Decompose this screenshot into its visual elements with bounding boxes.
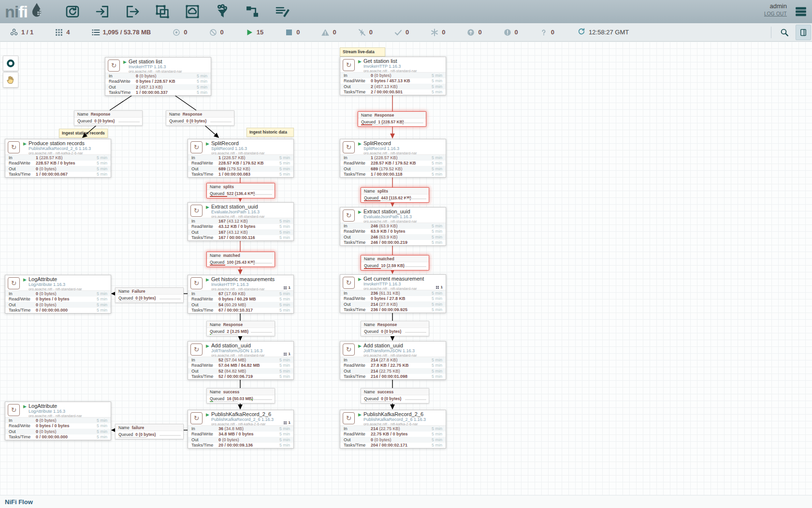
processor-name: SplitRecord: [363, 141, 417, 146]
refresh-button[interactable]: [578, 28, 585, 37]
connection-splits-label[interactable]: NamesplitsQueued522 (136.4 KB): [206, 183, 275, 198]
status-queued: 1,095 / 53.78 MB: [91, 28, 151, 37]
sync-failure-icon: [539, 28, 548, 37]
processor-type-icon: ↻: [190, 277, 203, 289]
status-bar: 1 / 141,095 / 53.78 MB001500000000 12:58…: [0, 23, 812, 42]
logo-text-ni: ni: [5, 2, 18, 21]
processor-get-station-list[interactable]: ↻▶Get station listInvokeHTTP 1.16.3org.a…: [340, 57, 446, 95]
search-button[interactable]: [777, 25, 792, 40]
global-menu-button[interactable]: [795, 5, 808, 18]
toolbar-template-button[interactable]: [244, 3, 261, 20]
toolbar-output-port-button[interactable]: [124, 3, 141, 20]
connection-response-label[interactable]: NameResponseQueued2 (3.25 MB): [206, 321, 275, 336]
toolbar-remote-process-group-button[interactable]: [184, 3, 201, 20]
processor-logattribute[interactable]: ↻▶LogAttributeLogAttribute 1.16.3org.apa…: [5, 275, 111, 314]
breadcrumb[interactable]: NiFi Flow: [0, 495, 812, 508]
active-threads-badge: 1: [283, 285, 290, 290]
connection-matched-label[interactable]: NamematchedQueued10 (2.59 KB): [361, 255, 429, 270]
queued-count: 0 (0 bytes): [135, 432, 156, 437]
stat-row: Read/Write228.57 KB / 179.52 KB5 min: [188, 161, 293, 166]
connection-splits-label[interactable]: NamesplitsQueued443 (115.62 KB): [361, 187, 429, 203]
stat-row: Out214 (22.75 KB)5 min: [340, 368, 446, 374]
processor-produce-station-records[interactable]: ↻▶Produce station recordsPublishKafkaRec…: [5, 139, 111, 178]
processor-type-icon: ↻: [190, 141, 203, 153]
toolbar-funnel-button[interactable]: [214, 3, 231, 20]
stat-row: Tasks/Time67 / 00:00:10.3175 min: [188, 308, 293, 314]
label-ingest-historic-data[interactable]: Ingest historic data: [246, 128, 294, 137]
run-status-icon: ▶: [358, 344, 362, 357]
connection-response-label[interactable]: NameResponseQueued0 (0 bytes): [74, 110, 143, 126]
status-value: 0: [406, 29, 409, 36]
stat-row: Read/Write57.04 MB / 84.82 MB5 min: [188, 363, 293, 369]
processor-type: SplitRecord 1.16.3: [363, 146, 417, 151]
stat-row: Out0 (0 bytes)5 min: [5, 302, 111, 308]
connection-failure-label[interactable]: NamefailureQueued0 (0 bytes): [115, 424, 184, 439]
queued-count: 0 (0 bytes): [381, 329, 401, 334]
toolbar-input-port-button[interactable]: [94, 3, 111, 20]
status-value: 0: [551, 29, 554, 36]
processor-get-current-measurement[interactable]: ↻▶Get current measurementInvokeHTTP 1.16…: [340, 274, 446, 313]
logout-link[interactable]: LOG OUT: [764, 11, 787, 16]
processor-get-station-list[interactable]: ↻▶Get station listInvokeHTTP 1.16.3org.a…: [105, 57, 211, 96]
processor-add-station-uuid[interactable]: ↻▶Add station_uuidJoltTransformJSON 1.16…: [188, 341, 294, 380]
toolbar-process-group-button[interactable]: [154, 3, 171, 20]
status-value: 0: [442, 29, 445, 36]
stat-row: Out689 (179.52 KB)5 min: [340, 166, 446, 172]
processor-type: EvaluateJsonPath 1.16.3: [363, 214, 417, 219]
connection-success-label[interactable]: NamesuccessQueued16 (50.03 MB): [206, 388, 275, 403]
processor-get-historic-measurements[interactable]: ↻▶Get historic measurementsInvokeHTTP 1.…: [188, 275, 294, 314]
modified-icon: [430, 28, 439, 37]
template-icon: [245, 4, 260, 19]
processor-splitrecord[interactable]: ↻▶SplitRecordSplitRecord 1.16.3org.apach…: [340, 139, 446, 178]
processor-type: InvokeHTTP 1.16.3: [129, 64, 182, 69]
stat-row: Tasks/Time1 / 00:00:00.0835 min: [188, 172, 293, 178]
toolbar-processor-button[interactable]: [64, 3, 81, 20]
operate-palette-button[interactable]: [3, 72, 18, 88]
flow-canvas[interactable]: Stream live-dataIngest station recordsIn…: [0, 42, 812, 508]
not-transmitting-icon: [209, 28, 218, 37]
connection-response-label[interactable]: NameResponseQueued0 (0 bytes): [166, 110, 234, 126]
connection-response-label[interactable]: NameResponseQueued1 (228.57 KB): [358, 111, 426, 127]
stat-row: Read/Write228.57 KB / 0 bytes5 min: [5, 161, 111, 166]
processor-add-station-uuid[interactable]: ↻▶Add station_uuidJoltTransformJSON 1.16…: [340, 341, 446, 380]
settings-panel-button[interactable]: [796, 25, 811, 40]
status-cluster: 1 / 1: [10, 28, 33, 37]
stat-row: In67 (17.69 KB)5 min: [188, 291, 293, 297]
stat-row: Read/Write22.75 KB / 0 bytes5 min: [340, 432, 446, 437]
status-value: 1 / 1: [21, 29, 33, 36]
queue-size-bar: [405, 198, 426, 199]
processor-type-icon: ↻: [343, 277, 355, 289]
toolbar-label-button[interactable]: [274, 3, 290, 20]
processor-name: Get station list: [129, 59, 182, 64]
threads-icon: [55, 28, 63, 37]
connection-response-label[interactable]: NameResponseQueued0 (0 bytes): [361, 321, 429, 336]
breadcrumb-root[interactable]: NiFi Flow: [5, 498, 33, 506]
processor-logattribute[interactable]: ↻▶LogAttributeLogAttribute 1.16.3org.apa…: [5, 402, 111, 440]
processor-publishkafkarecord-2-6[interactable]: ↻▶PublishKafkaRecord_2_6PublishKafkaReco…: [340, 410, 446, 448]
navigate-palette-button[interactable]: [3, 56, 18, 71]
queue-count-bar: [364, 268, 392, 269]
queue-size-bar: [160, 435, 181, 436]
processor-type: LogAttribute 1.16.3: [29, 282, 82, 287]
processor-type-icon: ↻: [343, 209, 355, 222]
processor-name: Extract station_uuid: [363, 209, 417, 214]
processor-publishkafkarecord-2-6[interactable]: ↻▶PublishKafkaRecord_2_6PublishKafkaReco…: [188, 410, 294, 448]
processor-type-icon: ↻: [343, 344, 355, 356]
processor-splitrecord[interactable]: ↻▶SplitRecordSplitRecord 1.16.3org.apach…: [188, 139, 294, 178]
label-ingest-station-records[interactable]: Ingest station records: [59, 129, 108, 138]
grid-badge-icon: [283, 421, 287, 425]
connection-success-label[interactable]: NamesuccessQueued0 (0 bytes): [361, 388, 429, 403]
processor-extract-station-uuid[interactable]: ↻▶Extract station_uuidEvaluateJsonPath 1…: [188, 202, 294, 241]
nifi-drop-icon: [29, 2, 45, 20]
connection-matched-label[interactable]: NamematchedQueued100 (25.43 KB): [206, 252, 275, 267]
relationship-name: success: [223, 389, 240, 394]
stat-row: In0 (0 bytes)5 min: [105, 73, 211, 79]
stat-row: Out0 (0 bytes)5 min: [340, 437, 446, 443]
queue-size-bar: [251, 194, 272, 195]
processor-type-icon: ↻: [108, 60, 120, 72]
status-modified: 0: [430, 28, 445, 37]
label-stream-live-data[interactable]: Stream live-data: [340, 47, 385, 57]
running-icon: [245, 28, 254, 37]
connection-failure-label[interactable]: NameFailureQueued0 (0 bytes): [115, 287, 184, 303]
processor-extract-station-uuid[interactable]: ↻▶Extract station_uuidEvaluateJsonPath 1…: [340, 207, 446, 246]
